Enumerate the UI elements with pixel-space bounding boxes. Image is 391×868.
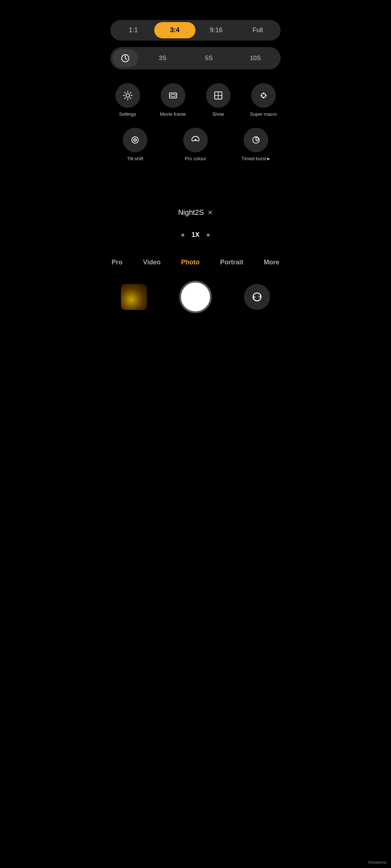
timer-5s[interactable]: 5S	[186, 50, 232, 66]
zoom-dot-right	[207, 234, 210, 237]
super-macro-label: Super macro	[250, 111, 277, 117]
movie-frame-icon-item[interactable]: Movie frame	[150, 80, 196, 120]
timer-clock-icon[interactable]	[113, 49, 138, 67]
flip-camera-button[interactable]	[244, 284, 270, 310]
pro-colour-icon-item[interactable]: Pro colour	[165, 124, 226, 165]
zoom-control: 1X	[98, 231, 293, 239]
show-icon-item[interactable]: Show	[196, 80, 241, 120]
tab-more[interactable]: More	[260, 257, 283, 268]
movie-frame-label: Movie frame	[160, 111, 186, 117]
svg-point-12	[135, 140, 136, 141]
svg-point-13	[194, 139, 196, 141]
svg-rect-4	[169, 93, 177, 98]
tab-pro[interactable]: Pro	[108, 257, 126, 268]
pro-colour-circle	[183, 128, 208, 152]
tilt-shift-label: Tilt-shift	[127, 156, 143, 161]
timer-3s[interactable]: 3S	[139, 50, 186, 66]
timed-burst-arrow: ▶	[267, 157, 270, 161]
movie-frame-circle	[161, 83, 185, 108]
shutter-button[interactable]	[179, 281, 212, 313]
tab-video[interactable]: Video	[139, 257, 164, 268]
aspect-9x16[interactable]: 9:16	[196, 22, 237, 38]
aspect-ratio-bar: 1:1 3:4 9:16 Full	[110, 20, 281, 41]
settings-icon-item[interactable]: Settings	[105, 80, 150, 120]
svg-line-2	[125, 58, 127, 59]
show-circle	[206, 83, 231, 108]
camera-mode-tabs: Pro Video Photo Portrait More	[98, 257, 293, 268]
pro-colour-label: Pro colour	[185, 156, 206, 161]
super-macro-icon-item[interactable]: Super macro	[241, 80, 286, 120]
night-mode-label: Night2S ✕	[98, 208, 293, 217]
settings-circle	[115, 83, 140, 108]
super-macro-circle	[251, 83, 276, 108]
timed-burst-label: Timed burst	[241, 156, 266, 161]
camera-bottom-controls	[98, 281, 293, 328]
svg-point-3	[126, 94, 130, 97]
gallery-thumbnail[interactable]	[121, 284, 147, 310]
show-label: Show	[212, 111, 224, 117]
aspect-1x1[interactable]: 1:1	[113, 22, 154, 38]
zoom-dot-left	[181, 234, 184, 237]
zoom-value[interactable]: 1X	[192, 231, 199, 239]
tab-portrait[interactable]: Portrait	[216, 257, 247, 268]
night-mode-text: Night2S	[178, 208, 204, 217]
tilt-shift-icon-item[interactable]: Tilt-shift	[105, 124, 165, 165]
timer-bar: 3S 5S 10S	[110, 47, 281, 69]
night-mode-close[interactable]: ✕	[207, 209, 213, 217]
svg-rect-5	[171, 94, 175, 97]
tab-photo[interactable]: Photo	[177, 257, 203, 268]
tilt-shift-circle	[123, 128, 147, 152]
gallery-thumb-image	[121, 284, 147, 310]
settings-label: Settings	[119, 111, 136, 117]
timed-burst-circle	[244, 128, 268, 152]
timer-10s[interactable]: 10S	[232, 50, 278, 66]
quick-settings-row2: Tilt-shift Pro colour Timed burst ▶	[105, 124, 286, 165]
quick-settings-row1: Settings Movie frame Show	[105, 80, 286, 120]
timed-burst-icon-item[interactable]: Timed burst ▶	[226, 124, 286, 165]
aspect-3x4[interactable]: 3:4	[154, 22, 196, 38]
aspect-full[interactable]: Full	[237, 22, 279, 38]
